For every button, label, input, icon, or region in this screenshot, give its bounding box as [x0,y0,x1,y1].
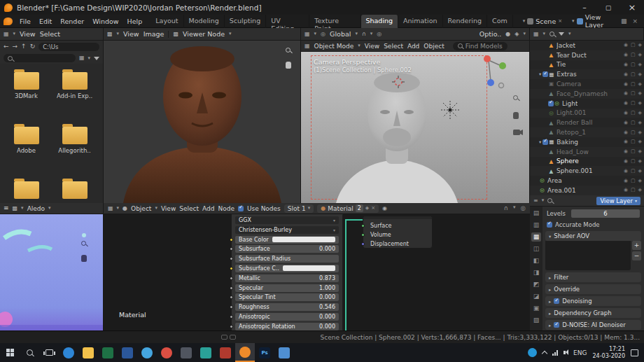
disable-viewport-icon[interactable] [631,169,636,174]
editor-type-icon[interactable] [108,206,113,211]
search-icon[interactable] [550,32,554,36]
hide-eye-icon[interactable] [624,43,628,48]
denoising-checkbox[interactable] [554,298,559,304]
collection-name[interactable]: Extras [556,71,576,78]
editor-type-icon[interactable] [304,32,310,37]
outliner-row-sphere-001[interactable]: Sphere.001 [530,166,644,176]
remove-view-layer-icon[interactable] [632,18,638,25]
navigation-gizmo[interactable] [480,53,510,94]
outliner-row-retopo-1[interactable]: Retopo_1 [530,127,644,137]
tab-scene[interactable] [531,244,541,253]
file-browser-view-menu[interactable]: View [20,30,36,38]
outliner-row-render-ball[interactable]: Render Ball [530,118,644,127]
snap-magnet-icon[interactable] [504,205,508,211]
refresh-icon[interactable] [30,43,36,50]
outliner-row-face-dynamesh[interactable]: Face_Dynamesh [530,89,644,99]
outliner-row-tear-duct[interactable]: Tear Duct [530,50,644,60]
mode-dropdown-icon[interactable] [358,43,360,48]
expand-icon[interactable] [549,286,551,293]
expand-icon[interactable] [539,72,541,77]
shader-aov-section[interactable]: Shader AOV [545,231,641,241]
light-object-gizmo[interactable] [440,99,461,120]
zoom-icon[interactable] [81,241,86,246]
tab-modifiers[interactable] [531,280,541,289]
editor-type-icon[interactable] [533,198,538,204]
language-indicator[interactable]: ENG [573,349,587,356]
taskbar-app-dark[interactable] [176,343,196,362]
editor-type-icon[interactable] [107,32,113,37]
mode-dropdown[interactable]: Object Mode [314,43,354,50]
volume-input-row[interactable]: Volume [368,230,428,239]
view-layer-selector[interactable]: View Layer [572,13,621,29]
browse-view-layer-icon[interactable] [572,19,575,24]
editor-type-icon[interactable] [4,32,9,37]
input-socket[interactable] [230,315,233,319]
outliner-row-light-001[interactable]: Light.001 [530,109,644,118]
file-search-input[interactable] [4,54,76,62]
shader-node-menu[interactable]: Node [218,205,234,212]
object-name[interactable]: Tie [556,61,566,68]
disable-viewport-icon[interactable] [631,111,636,116]
search-icon[interactable] [547,198,552,203]
close-button[interactable] [620,0,644,15]
new-view-layer-icon[interactable] [621,18,627,25]
disable-viewport-icon[interactable] [631,72,636,77]
task-view-button[interactable] [39,343,59,362]
shader-add-menu[interactable]: Add [202,205,214,212]
pan-hand-icon[interactable] [286,62,291,69]
scene-selector[interactable]: Scene [523,18,562,25]
surface-input-row[interactable]: Surface [368,221,428,230]
orientation-dropdown-icon[interactable] [355,32,358,36]
input-socket[interactable] [230,257,233,260]
override-section[interactable]: Override [545,284,641,294]
snap-dropdown-icon[interactable] [513,205,516,211]
volume-icon[interactable] [564,351,566,354]
hide-eye-icon[interactable] [624,188,628,193]
object-name[interactable]: Render Ball [556,119,593,126]
roughness-row[interactable]: Roughness 0.546 [235,303,339,311]
collection-checkbox[interactable] [542,71,548,77]
menu-help[interactable]: Help [123,17,147,26]
collection-checkbox[interactable] [542,139,548,145]
input-socket[interactable] [230,295,233,299]
unlink-material-icon[interactable] [371,206,375,211]
object-name[interactable]: Face_Dynamesh [556,90,608,97]
menu-toggle-icon[interactable] [4,205,9,211]
disable-render-icon[interactable] [638,188,642,193]
anisotropic-row[interactable]: Anisotropic 0.000 [235,313,339,321]
folder-item[interactable]: Allegorith.. [50,121,99,176]
image-browse-icon[interactable] [229,32,232,36]
object-name[interactable]: Jacket [556,42,575,49]
disable-render-icon[interactable] [638,139,642,144]
taskbar-app-photoshop[interactable]: Ps [255,343,274,362]
base-color-row[interactable]: Base Color [235,236,339,244]
expand-icon[interactable] [539,140,541,145]
disable-render-icon[interactable] [638,72,642,77]
displacement-socket[interactable] [361,242,365,246]
display-mode-dropdown-icon[interactable] [88,56,90,61]
hide-eye-icon[interactable] [624,91,628,96]
disable-viewport-icon[interactable] [631,82,636,87]
image-editor-canvas[interactable] [104,41,301,203]
taskbar-app-blender[interactable] [235,343,255,362]
metallic-row[interactable]: Metallic 0.873 [235,274,339,282]
menu-render[interactable]: Render [56,17,88,26]
parent-dir-icon[interactable] [21,43,27,50]
add-aov-button[interactable] [632,241,641,250]
disable-viewport-icon[interactable] [631,188,636,193]
hide-eye-icon[interactable] [624,169,628,174]
image-view-menu[interactable]: View [123,30,139,38]
hide-eye-icon[interactable] [624,159,628,164]
editor-type-dropdown-icon[interactable] [21,206,24,211]
tab-view-layer[interactable] [531,232,541,242]
viewport-search-box[interactable]: Find Models [453,42,507,50]
input-socket[interactable] [230,305,233,309]
disable-viewport-icon[interactable] [631,179,636,183]
object-name[interactable]: Sphere [556,158,579,165]
dnoise-checkbox[interactable] [554,322,559,328]
tab-output[interactable] [531,221,541,230]
taskbar-clock[interactable]: 17:21 24-03-2020 [593,346,626,360]
tab-render[interactable] [531,209,541,218]
pin-icon[interactable] [382,206,387,211]
shader-target-dropdown[interactable]: Object [131,205,151,212]
